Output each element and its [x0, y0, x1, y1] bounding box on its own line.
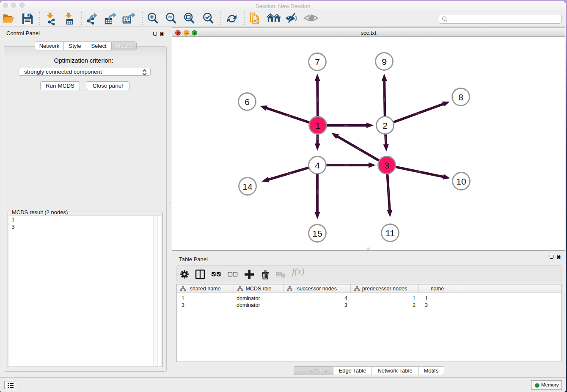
svg-text:8: 8	[458, 92, 463, 102]
svg-text:4: 4	[315, 160, 320, 170]
svg-text:11: 11	[385, 228, 395, 238]
svg-text:1: 1	[315, 121, 320, 130]
svg-text:3: 3	[384, 160, 389, 170]
svg-text:15: 15	[312, 229, 322, 238]
svg-text:10: 10	[456, 177, 466, 186]
svg-text:2: 2	[383, 121, 388, 130]
svg-text:7: 7	[315, 57, 320, 67]
svg-text:9: 9	[382, 57, 387, 66]
svg-text:6: 6	[245, 97, 250, 107]
svg-text:14: 14	[242, 182, 253, 191]
